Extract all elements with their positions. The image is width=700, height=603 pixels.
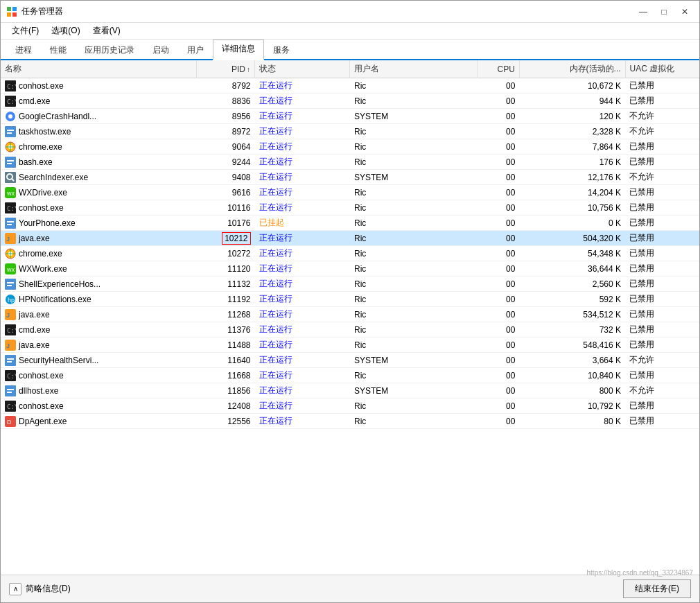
process-icon [5, 385, 16, 396]
table-row[interactable]: Jjava.exe11268正在运行Ric00534,512 K已禁用 [1, 307, 699, 322]
status-text: 正在运行 [259, 385, 292, 395]
col-header-name[interactable]: 名称 [1, 60, 197, 78]
svg-text:C:\: C:\ [7, 205, 16, 212]
minimize-button[interactable]: — [634, 5, 652, 19]
table-row[interactable]: taskhostw.exe8972正在运行Ric002,328 K不允许 [1, 124, 699, 139]
cell-name: Jjava.exe [1, 231, 197, 246]
table-row[interactable]: Jjava.exe11488正在运行Ric00548,416 K已禁用 [1, 338, 699, 353]
cell-pid: 10116 [197, 200, 255, 216]
cell-name: hpHPNotifications.exe [1, 292, 197, 307]
col-header-pid[interactable]: PID↑ [197, 60, 255, 78]
process-table-container[interactable]: 名称PID↑状态用户名CPU内存(活动的...UAC 虚拟化 C:\conhos… [1, 60, 699, 575]
cell-name: YourPhone.exe [1, 216, 197, 231]
svg-text:C:\: C:\ [7, 98, 16, 105]
cell-cpu: 00 [477, 94, 519, 109]
cell-pid: 11640 [197, 353, 255, 368]
table-row[interactable]: C:\conhost.exe10116正在运行Ric0010,756 K已禁用 [1, 200, 699, 216]
process-name: dllhost.exe [19, 386, 58, 396]
table-row[interactable]: C:\cmd.exe8836正在运行Ric00944 K已禁用 [1, 94, 699, 109]
cell-memory: 7,864 K [519, 139, 625, 155]
process-icon: J [5, 309, 16, 320]
cell-uac: 已禁用 [625, 261, 699, 277]
cell-uac: 已禁用 [625, 414, 699, 429]
cell-cpu: 00 [477, 246, 519, 261]
cell-uac: 已禁用 [625, 307, 699, 322]
table-row[interactable]: wxWXWork.exe11120正在运行Ric0036,644 K已禁用 [1, 261, 699, 277]
footer-summary-label[interactable]: 简略信息(D) [26, 583, 71, 595]
status-text: 正在运行 [259, 340, 292, 349]
cell-user: Ric [350, 139, 477, 155]
cell-status: 正在运行 [255, 231, 350, 246]
tab-启动[interactable]: 启动 [143, 41, 178, 60]
close-button[interactable]: ✕ [676, 5, 694, 19]
table-row[interactable]: ShellExperienceHos...11132正在运行Ric002,560… [1, 277, 699, 292]
tab-应用历史记录[interactable]: 应用历史记录 [76, 41, 143, 60]
process-name: WXDrive.exe [19, 188, 67, 198]
cell-pid: 11132 [197, 277, 255, 292]
process-name: chrome.exe [19, 249, 62, 259]
cell-pid: 9408 [197, 170, 255, 185]
cell-pid: 8972 [197, 124, 255, 139]
table-row[interactable]: C:\cmd.exe11376正在运行Ric00732 K已禁用 [1, 322, 699, 338]
table-row[interactable]: hpHPNotifications.exe11192正在运行Ric00592 K… [1, 292, 699, 307]
status-text: 正在运行 [259, 248, 292, 258]
process-name: YourPhone.exe [19, 218, 76, 228]
cell-status: 正在运行 [255, 246, 350, 261]
cell-status: 正在运行 [255, 322, 350, 338]
maximize-button[interactable]: □ [655, 5, 673, 19]
tab-用户[interactable]: 用户 [178, 41, 213, 60]
end-task-button[interactable]: 结束任务(E) [623, 579, 691, 598]
col-header-mem: 内存(活动的... [519, 60, 625, 78]
cell-status: 正在运行 [255, 383, 350, 399]
table-row[interactable]: SecurityHealthServi...11640正在运行SYSTEM003… [1, 353, 699, 368]
status-text: 正在运行 [259, 172, 292, 182]
process-name: chrome.exe [19, 142, 62, 152]
col-header-status: 状态 [255, 60, 350, 78]
cell-memory: 504,320 K [519, 231, 625, 246]
table-row[interactable]: C:\conhost.exe12408正在运行Ric0010,792 K已禁用 [1, 399, 699, 414]
status-text: 正在运行 [259, 96, 292, 105]
table-row[interactable]: dllhost.exe11856正在运行SYSTEM00800 K不允许 [1, 383, 699, 399]
menu-item[interactable]: 文件(F) [6, 24, 44, 38]
cell-name: chrome.exe [1, 139, 197, 155]
svg-text:wx: wx [6, 190, 15, 197]
table-row[interactable]: Jjava.exe10212正在运行Ric00504,320 K已禁用 [1, 231, 699, 246]
menu-item[interactable]: 查看(V) [87, 24, 126, 38]
cell-memory: 2,560 K [519, 277, 625, 292]
svg-rect-27 [7, 224, 12, 225]
table-row[interactable]: chrome.exe9064正在运行Ric007,864 K已禁用 [1, 139, 699, 155]
cell-user: Ric [350, 292, 477, 307]
cell-user: Ric [350, 216, 477, 231]
table-row[interactable]: wxWXDrive.exe9616正在运行Ric0014,204 K已禁用 [1, 185, 699, 200]
table-row[interactable]: SearchIndexer.exe9408正在运行SYSTEM0012,176 … [1, 170, 699, 185]
collapse-button[interactable]: ∧ [9, 583, 21, 595]
tab-详细信息[interactable]: 详细信息 [213, 40, 264, 60]
cell-cpu: 00 [477, 170, 519, 185]
menu-item[interactable]: 选项(O) [46, 24, 85, 38]
table-row[interactable]: GoogleCrashHandl...8956正在运行SYSTEM00120 K… [1, 109, 699, 124]
window-title: 任务管理器 [21, 6, 63, 17]
tab-性能[interactable]: 性能 [41, 41, 76, 60]
svg-rect-36 [7, 285, 12, 286]
cell-status: 正在运行 [255, 292, 350, 307]
svg-point-9 [8, 114, 12, 119]
table-row[interactable]: chrome.exe10272正在运行Ric0054,348 K已禁用 [1, 246, 699, 261]
process-icon [5, 157, 16, 168]
cell-memory: 534,512 K [519, 307, 625, 322]
table-header-row: 名称PID↑状态用户名CPU内存(活动的...UAC 虚拟化 [1, 60, 699, 78]
table-row[interactable]: C:\conhost.exe8792正在运行Ric0010,672 K已禁用 [1, 78, 699, 94]
cell-user: Ric [350, 94, 477, 109]
table-row[interactable]: bash.exe9244正在运行Ric00176 K已禁用 [1, 155, 699, 170]
table-row[interactable]: C:\conhost.exe11668正在运行Ric0010,840 K已禁用 [1, 368, 699, 383]
cell-user: Ric [350, 78, 477, 94]
cell-cpu: 00 [477, 292, 519, 307]
cell-uac: 不允许 [625, 170, 699, 185]
table-row[interactable]: YourPhone.exe10176已挂起Ric000 K已禁用 [1, 216, 699, 231]
tab-服务[interactable]: 服务 [264, 41, 299, 60]
table-row[interactable]: DDpAgent.exe12556正在运行Ric0080 K已禁用 [1, 414, 699, 429]
tab-进程[interactable]: 进程 [6, 41, 41, 60]
cell-name: SecurityHealthServi... [1, 353, 197, 368]
svg-rect-50 [5, 385, 16, 396]
cell-status: 正在运行 [255, 155, 350, 170]
status-text: 正在运行 [259, 126, 292, 136]
